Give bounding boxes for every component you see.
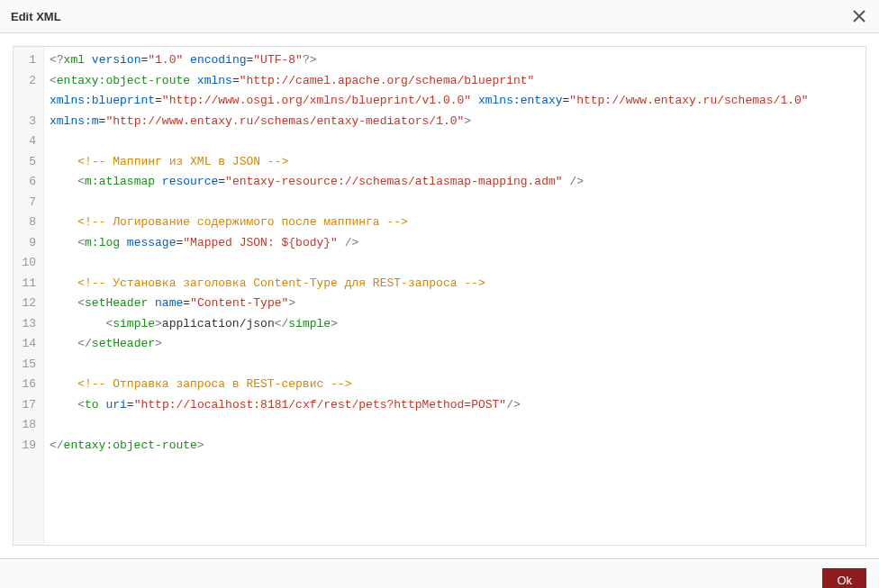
line-number: 7 [17,193,36,213]
code-line: <!-- Логирование содержимого после маппи… [50,213,860,233]
code-line: xmlns:blueprint="http://www.osgi.org/xml… [50,91,860,112]
line-number: 15 [17,355,36,375]
line-number: 2 [17,71,36,92]
line-number: 1 [17,50,36,71]
code-line: xmlns:m="http://www.entaxy.ru/schemas/en… [50,112,860,132]
code-line: <setHeader name="Content-Type"> [50,294,860,314]
code-area[interactable]: <?xml version="1.0" encoding="UTF-8"?><e… [44,47,865,545]
ok-button[interactable]: Ok [822,568,866,588]
code-line: <m:atlasmap resource="entaxy-resource://… [50,172,860,193]
code-line [50,415,860,436]
line-number: 18 [17,415,36,436]
line-number: 16 [17,375,36,395]
line-number: 11 [17,274,36,294]
line-number: 17 [17,395,36,416]
line-number-gutter: 12345678910111213141516171819 [14,47,44,545]
line-number: 19 [17,436,36,457]
line-number: 5 [17,152,36,173]
line-number: 8 [17,213,36,233]
line-number: 9 [17,233,36,254]
code-line [50,193,860,213]
line-number: 6 [17,172,36,193]
close-button[interactable] [850,7,868,25]
code-line [50,131,860,152]
code-line: </setHeader> [50,334,860,355]
line-number: 10 [17,253,36,274]
code-line: <!-- Маппинг из XML в JSON --> [50,152,860,173]
code-line [50,355,860,375]
dialog-header: Edit XML [0,0,879,33]
dialog-footer: Ok [0,558,879,588]
code-line: <simple>application/json</simple> [50,314,860,335]
code-line: <m:log message="Mapped JSON: ${body}" /> [50,233,860,254]
code-line: </entaxy:object-route> [50,436,860,457]
code-line: <!-- Установка заголовка Content-Type дл… [50,274,860,294]
line-number: 3 [17,112,36,132]
code-line [50,253,860,274]
line-number: 13 [17,314,36,335]
code-line: <!-- Отправка запроса в REST-сервис --> [50,375,860,395]
code-line: <entaxy:object-route xmlns="http://camel… [50,71,860,92]
editor-container: 12345678910111213141516171819 <?xml vers… [0,33,879,558]
close-icon [853,10,865,23]
line-number: 4 [17,131,36,152]
code-line: <?xml version="1.0" encoding="UTF-8"?> [50,50,860,71]
dialog-title: Edit XML [11,10,61,23]
line-number: 14 [17,334,36,355]
code-line: <to uri="http://localhost:8181/cxf/rest/… [50,395,860,416]
line-number: 12 [17,294,36,314]
line-number [17,91,36,112]
code-line [50,456,860,476]
xml-editor[interactable]: 12345678910111213141516171819 <?xml vers… [13,46,866,546]
